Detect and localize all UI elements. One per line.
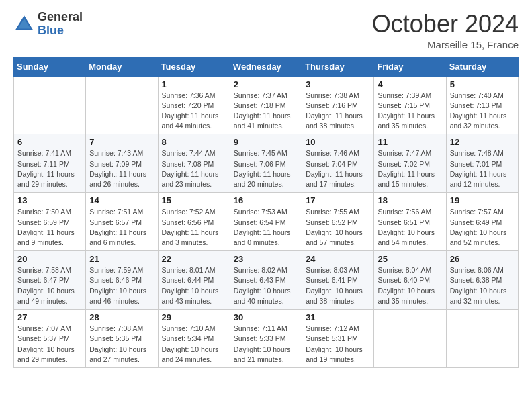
- day-detail: Sunrise: 7:51 AM Sunset: 6:57 PM Dayligh…: [89, 207, 154, 248]
- header: General Blue October 2024 Marseille 15, …: [13, 11, 519, 50]
- calendar-table: SundayMondayTuesdayWednesdayThursdayFrid…: [13, 57, 519, 368]
- calendar-cell: 2Sunrise: 7:37 AM Sunset: 7:18 PM Daylig…: [230, 76, 302, 134]
- day-detail: Sunrise: 7:50 AM Sunset: 6:59 PM Dayligh…: [17, 207, 82, 248]
- calendar-cell: 21Sunrise: 7:59 AM Sunset: 6:46 PM Dayli…: [86, 251, 158, 310]
- day-detail: Sunrise: 7:46 AM Sunset: 7:04 PM Dayligh…: [306, 148, 370, 189]
- day-number: 19: [450, 195, 515, 205]
- day-number: 14: [89, 195, 154, 205]
- weekday-header-saturday: Saturday: [446, 57, 518, 76]
- logo: General Blue: [13, 11, 83, 38]
- calendar-cell: 7Sunrise: 7:43 AM Sunset: 7:09 PM Daylig…: [86, 134, 158, 193]
- day-number: 3: [306, 79, 370, 89]
- calendar-cell: 20Sunrise: 7:58 AM Sunset: 6:47 PM Dayli…: [14, 251, 86, 310]
- day-number: 31: [306, 312, 370, 322]
- day-number: 25: [378, 254, 442, 264]
- day-number: 6: [17, 137, 82, 147]
- calendar-cell: 17Sunrise: 7:55 AM Sunset: 6:52 PM Dayli…: [302, 193, 374, 251]
- day-number: 9: [234, 137, 298, 147]
- day-number: 23: [234, 254, 298, 264]
- calendar-cell: 26Sunrise: 8:06 AM Sunset: 6:38 PM Dayli…: [446, 251, 518, 310]
- calendar-week-0: 1Sunrise: 7:36 AM Sunset: 7:20 PM Daylig…: [14, 76, 519, 134]
- calendar-cell: 22Sunrise: 8:01 AM Sunset: 6:44 PM Dayli…: [158, 251, 230, 310]
- calendar-cell: 25Sunrise: 8:04 AM Sunset: 6:40 PM Dayli…: [374, 251, 446, 310]
- day-detail: Sunrise: 7:37 AM Sunset: 7:18 PM Dayligh…: [234, 91, 298, 132]
- day-detail: Sunrise: 8:04 AM Sunset: 6:40 PM Dayligh…: [378, 265, 442, 306]
- weekday-header-friday: Friday: [374, 57, 446, 76]
- calendar-cell: 23Sunrise: 8:02 AM Sunset: 6:43 PM Dayli…: [230, 251, 302, 310]
- weekday-header-thursday: Thursday: [302, 57, 374, 76]
- calendar-cell: 27Sunrise: 7:07 AM Sunset: 5:37 PM Dayli…: [14, 310, 86, 368]
- calendar-cell: 31Sunrise: 7:12 AM Sunset: 5:31 PM Dayli…: [302, 310, 374, 368]
- day-number: 13: [17, 195, 82, 205]
- day-detail: Sunrise: 7:45 AM Sunset: 7:06 PM Dayligh…: [234, 148, 298, 189]
- calendar-cell: 9Sunrise: 7:45 AM Sunset: 7:06 PM Daylig…: [230, 134, 302, 193]
- day-number: 29: [162, 312, 226, 322]
- calendar-week-1: 6Sunrise: 7:41 AM Sunset: 7:11 PM Daylig…: [14, 134, 519, 193]
- day-detail: Sunrise: 7:07 AM Sunset: 5:37 PM Dayligh…: [17, 324, 82, 365]
- calendar-week-4: 27Sunrise: 7:07 AM Sunset: 5:37 PM Dayli…: [14, 310, 519, 368]
- calendar-cell: 11Sunrise: 7:47 AM Sunset: 7:02 PM Dayli…: [374, 134, 446, 193]
- day-detail: Sunrise: 8:03 AM Sunset: 6:41 PM Dayligh…: [306, 265, 370, 306]
- weekday-header-row: SundayMondayTuesdayWednesdayThursdayFrid…: [14, 57, 519, 76]
- calendar-cell: 30Sunrise: 7:11 AM Sunset: 5:33 PM Dayli…: [230, 310, 302, 368]
- calendar-cell: 28Sunrise: 7:08 AM Sunset: 5:35 PM Dayli…: [86, 310, 158, 368]
- page: General Blue October 2024 Marseille 15, …: [0, 0, 532, 411]
- day-detail: Sunrise: 7:52 AM Sunset: 6:56 PM Dayligh…: [162, 207, 226, 248]
- calendar-cell: 1Sunrise: 7:36 AM Sunset: 7:20 PM Daylig…: [158, 76, 230, 134]
- logo-general: General: [38, 10, 83, 24]
- title-block: October 2024 Marseille 15, France: [372, 11, 519, 50]
- calendar-cell: 6Sunrise: 7:41 AM Sunset: 7:11 PM Daylig…: [14, 134, 86, 193]
- day-number: 24: [306, 254, 370, 264]
- day-number: 15: [162, 195, 226, 205]
- calendar-cell: [86, 76, 158, 134]
- calendar-cell: 4Sunrise: 7:39 AM Sunset: 7:15 PM Daylig…: [374, 76, 446, 134]
- day-number: 8: [162, 137, 226, 147]
- day-detail: Sunrise: 8:06 AM Sunset: 6:38 PM Dayligh…: [450, 265, 515, 306]
- logo-text: General Blue: [38, 11, 83, 38]
- calendar-cell: [446, 310, 518, 368]
- day-number: 30: [234, 312, 298, 322]
- day-detail: Sunrise: 7:48 AM Sunset: 7:01 PM Dayligh…: [450, 148, 515, 189]
- day-number: 10: [306, 137, 370, 147]
- calendar-cell: 18Sunrise: 7:56 AM Sunset: 6:51 PM Dayli…: [374, 193, 446, 251]
- weekday-header-monday: Monday: [86, 57, 158, 76]
- calendar-cell: 12Sunrise: 7:48 AM Sunset: 7:01 PM Dayli…: [446, 134, 518, 193]
- day-number: 22: [162, 254, 226, 264]
- day-detail: Sunrise: 7:12 AM Sunset: 5:31 PM Dayligh…: [306, 324, 370, 365]
- day-detail: Sunrise: 8:01 AM Sunset: 6:44 PM Dayligh…: [162, 265, 226, 306]
- calendar-cell: [14, 76, 86, 134]
- calendar-cell: 29Sunrise: 7:10 AM Sunset: 5:34 PM Dayli…: [158, 310, 230, 368]
- day-number: 16: [234, 195, 298, 205]
- day-number: 17: [306, 195, 370, 205]
- calendar-cell: 13Sunrise: 7:50 AM Sunset: 6:59 PM Dayli…: [14, 193, 86, 251]
- day-detail: Sunrise: 7:43 AM Sunset: 7:09 PM Dayligh…: [89, 148, 154, 189]
- calendar-cell: 15Sunrise: 7:52 AM Sunset: 6:56 PM Dayli…: [158, 193, 230, 251]
- day-detail: Sunrise: 7:38 AM Sunset: 7:16 PM Dayligh…: [306, 91, 370, 132]
- day-number: 18: [378, 195, 442, 205]
- calendar-cell: 19Sunrise: 7:57 AM Sunset: 6:49 PM Dayli…: [446, 193, 518, 251]
- location-subtitle: Marseille 15, France: [372, 39, 519, 50]
- day-number: 11: [378, 137, 442, 147]
- day-number: 1: [162, 79, 226, 89]
- logo-blue: Blue: [38, 24, 64, 37]
- month-title: October 2024: [372, 11, 519, 38]
- day-detail: Sunrise: 7:58 AM Sunset: 6:47 PM Dayligh…: [17, 265, 82, 306]
- day-number: 21: [89, 254, 154, 264]
- weekday-header-tuesday: Tuesday: [158, 57, 230, 76]
- day-detail: Sunrise: 7:36 AM Sunset: 7:20 PM Dayligh…: [162, 91, 226, 132]
- day-detail: Sunrise: 7:41 AM Sunset: 7:11 PM Dayligh…: [17, 148, 82, 189]
- day-detail: Sunrise: 7:40 AM Sunset: 7:13 PM Dayligh…: [450, 91, 515, 132]
- calendar-cell: [374, 310, 446, 368]
- day-number: 26: [450, 254, 515, 264]
- calendar-week-2: 13Sunrise: 7:50 AM Sunset: 6:59 PM Dayli…: [14, 193, 519, 251]
- logo-icon: [13, 13, 35, 35]
- day-detail: Sunrise: 7:39 AM Sunset: 7:15 PM Dayligh…: [378, 91, 442, 132]
- calendar-cell: 24Sunrise: 8:03 AM Sunset: 6:41 PM Dayli…: [302, 251, 374, 310]
- day-detail: Sunrise: 7:47 AM Sunset: 7:02 PM Dayligh…: [378, 148, 442, 189]
- day-number: 7: [89, 137, 154, 147]
- day-detail: Sunrise: 7:08 AM Sunset: 5:35 PM Dayligh…: [89, 324, 154, 365]
- day-detail: Sunrise: 7:11 AM Sunset: 5:33 PM Dayligh…: [234, 324, 298, 365]
- day-detail: Sunrise: 7:57 AM Sunset: 6:49 PM Dayligh…: [450, 207, 515, 248]
- day-number: 12: [450, 137, 515, 147]
- day-detail: Sunrise: 7:10 AM Sunset: 5:34 PM Dayligh…: [162, 324, 226, 365]
